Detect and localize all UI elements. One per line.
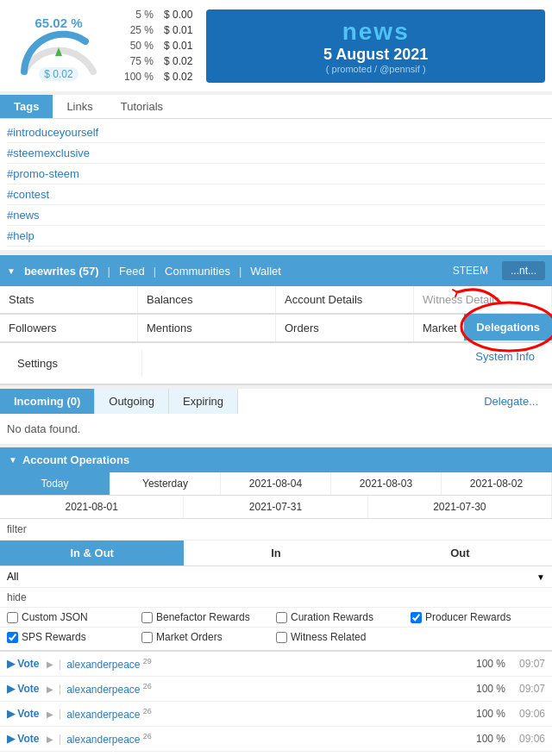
vote-arrow-icon: ▶ xyxy=(47,659,53,669)
del-tab-outgoing[interactable]: Outgoing xyxy=(95,389,169,414)
nav-communities[interactable]: Communities xyxy=(165,265,230,278)
vote-user[interactable]: alexanderpeace 26 xyxy=(66,682,457,696)
checkbox-item[interactable] xyxy=(411,631,545,643)
menu-system-info[interactable]: System Info xyxy=(410,350,543,377)
inout-tab-out[interactable]: Out xyxy=(368,540,552,565)
vote-row: ▶ Vote ▶ | alexanderpeace 26 100 % 09:06 xyxy=(0,727,552,752)
date-yesterday[interactable]: Yesterday xyxy=(110,472,221,495)
date-today[interactable]: Today xyxy=(0,472,110,495)
del-tab-expiring[interactable]: Expiring xyxy=(169,389,238,414)
tag-item[interactable]: #help xyxy=(7,226,545,247)
section-triangle-icon: ▼ xyxy=(9,455,17,465)
checkbox-input[interactable] xyxy=(7,632,18,643)
checkbox-item[interactable]: Producer Rewards xyxy=(411,611,545,623)
vote-rows: ▶ Vote ▶ | alexanderpeace 29 100 % 09:07… xyxy=(0,652,552,756)
vote-user[interactable]: alexanderpeace 26 xyxy=(66,707,457,721)
tab-tutorials[interactable]: Tutorials xyxy=(107,95,177,118)
pct-label: 50 % xyxy=(119,38,159,53)
date-20210731[interactable]: 2021-07-31 xyxy=(184,496,367,518)
vote-row: ▶ Vote ▶ | alexanderpeace 26 100 % 09:07 xyxy=(0,677,552,702)
no-data-message: No data found. xyxy=(0,414,552,444)
vote-label[interactable]: ▶ Vote xyxy=(7,733,41,745)
nav-wallet[interactable]: Wallet xyxy=(250,265,281,278)
vote-label[interactable]: ▶ Vote xyxy=(7,658,41,670)
vote-user[interactable]: alexanderpeace 26 xyxy=(66,732,457,746)
checkbox-label: Benefactor Rewards xyxy=(156,611,250,623)
top-section: 65.02 % $ 0.02 5 %$ 0.0025 %$ 0.0150 %$ … xyxy=(0,0,552,91)
all-filter: All ▼ xyxy=(0,566,552,588)
menu-delegations[interactable]: Delegations xyxy=(464,314,552,341)
vote-sep: | xyxy=(59,658,61,670)
checkbox-item[interactable]: Market Orders xyxy=(141,631,276,643)
checkbox-input[interactable] xyxy=(141,612,153,623)
steem-button[interactable]: STEEM xyxy=(444,261,497,280)
dropdown-arrow-icon[interactable]: ▼ xyxy=(536,572,545,582)
menu-stats[interactable]: Stats xyxy=(0,286,138,313)
menu-account-details[interactable]: Account Details xyxy=(276,286,414,313)
del-tab-incoming[interactable]: Incoming (0) xyxy=(0,389,95,414)
checkbox-input[interactable] xyxy=(141,632,153,643)
nav-feed[interactable]: Feed xyxy=(119,265,145,278)
checkbox-item[interactable]: Benefactor Rewards xyxy=(141,611,276,623)
tab-tags[interactable]: Tags xyxy=(0,95,53,118)
vote-row: ▶ Vote ▶ | alexanderpeace 29 100 % 09:07 xyxy=(0,652,552,677)
checkbox-input[interactable] xyxy=(411,612,422,623)
vote-sep: | xyxy=(59,733,61,745)
checkbox-item[interactable]: Curation Rewards xyxy=(276,611,411,623)
vote-percentage: 100 % xyxy=(462,708,505,720)
checkbox-item[interactable]: Custom JSON xyxy=(7,611,141,623)
menu-orders[interactable]: Orders xyxy=(276,315,414,341)
vote-arrow-icon: ▶ xyxy=(47,734,53,744)
checkbox-input[interactable] xyxy=(276,632,287,643)
account-ops-header: ▼ Account Operations xyxy=(0,447,552,472)
checkbox-item[interactable]: Witness Related xyxy=(276,631,411,643)
tag-item[interactable]: #introduceyourself xyxy=(7,122,545,143)
checkbox-input[interactable] xyxy=(7,612,18,623)
gauge-container: 65.02 % $ 0.02 xyxy=(7,7,110,84)
pct-label: 75 % xyxy=(119,53,159,69)
checkbox-item[interactable]: SPS Rewards xyxy=(7,631,141,643)
account-button[interactable]: ...nt... xyxy=(502,261,545,280)
checkbox-label: Producer Rewards xyxy=(425,611,511,623)
news-banner: news 5 August 2021 ( promoted / @pennsif… xyxy=(206,9,545,83)
checkbox-input[interactable] xyxy=(276,612,287,623)
pct-value: $ 0.02 xyxy=(159,53,198,69)
menu-settings[interactable]: Settings xyxy=(9,350,142,377)
tag-list: #introduceyourself#steemexclusive#promo-… xyxy=(0,119,552,250)
gauge-percentage: 65.02 % xyxy=(34,16,82,30)
vote-percentage: 100 % xyxy=(462,733,505,745)
inout-tab-inout[interactable]: In & Out xyxy=(0,540,184,565)
menu-balances[interactable]: Balances xyxy=(138,286,276,313)
date-20210801[interactable]: 2021-08-01 xyxy=(0,496,184,518)
date-20210802[interactable]: 2021-08-02 xyxy=(442,472,552,495)
tab-links[interactable]: Links xyxy=(53,95,106,118)
vote-label[interactable]: ▶ Vote xyxy=(7,683,41,695)
pct-label: 25 % xyxy=(119,22,159,38)
pct-value: $ 0.01 xyxy=(159,22,198,38)
nav-user[interactable]: beewrites (57) xyxy=(24,265,99,278)
nav-right: STEEM ...nt... xyxy=(444,261,545,280)
tag-item[interactable]: #contest xyxy=(7,184,545,205)
vote-percentage: 100 % xyxy=(462,683,505,695)
vote-label[interactable]: ▶ Vote xyxy=(7,708,41,720)
pct-label: 100 % xyxy=(119,69,159,84)
date-20210804[interactable]: 2021-08-04 xyxy=(221,472,331,495)
date-20210803[interactable]: 2021-08-03 xyxy=(331,472,442,495)
tag-item[interactable]: #steemexclusive xyxy=(7,143,545,164)
del-tab-delegate[interactable]: Delegate... xyxy=(470,389,552,414)
menu-witness-details[interactable]: Witness Details xyxy=(414,286,552,313)
account-ops-title: Account Operations xyxy=(22,453,129,466)
tag-item[interactable]: #promo-steem xyxy=(7,164,545,184)
pct-row: 50 %$ 0.01 xyxy=(119,38,198,53)
vote-user[interactable]: alexanderpeace 29 xyxy=(66,657,457,671)
vote-time: 09:07 xyxy=(511,683,545,695)
pct-label: 5 % xyxy=(119,7,159,22)
nav-bar: ▼ beewrites (57) | Feed | Communities | … xyxy=(0,255,552,286)
inout-tab-in[interactable]: In xyxy=(184,540,367,565)
checkbox-label: Witness Related xyxy=(291,631,366,643)
tag-item[interactable]: #news xyxy=(7,205,545,226)
pct-row: 25 %$ 0.01 xyxy=(119,22,198,38)
date-20210730[interactable]: 2021-07-30 xyxy=(368,496,552,518)
menu-followers[interactable]: Followers xyxy=(0,315,138,341)
menu-mentions[interactable]: Mentions xyxy=(138,315,276,341)
